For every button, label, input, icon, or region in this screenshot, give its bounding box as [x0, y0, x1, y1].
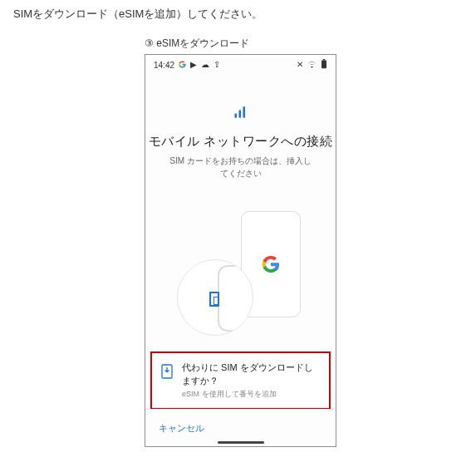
- download-sim-icon: [160, 363, 174, 383]
- svg-rect-1: [323, 59, 325, 61]
- download-sub: eSIM を使用して番号を追加: [182, 389, 321, 400]
- screen-subtitle: SIM カードをお持ちの場合は、挿入してください: [145, 155, 336, 179]
- signal-icon: [145, 104, 336, 124]
- screen-title: モバイル ネットワークへの接続: [145, 134, 336, 150]
- sim-icon: [209, 292, 219, 307]
- share-icon: ⇪: [213, 61, 220, 69]
- status-time: 14:42: [154, 61, 174, 70]
- status-bar: 14:42 ▶ ☁ ⇪ ✕: [145, 55, 336, 72]
- download-title: 代わりに SIM をダウンロードしますか？: [182, 361, 321, 387]
- battery-icon: [321, 59, 327, 71]
- google-logo-icon: [262, 255, 280, 273]
- svg-rect-0: [321, 61, 326, 69]
- svg-rect-3: [238, 111, 241, 118]
- svg-rect-4: [243, 106, 245, 117]
- cloud-icon: ☁: [201, 61, 209, 69]
- illustration-circle: [177, 259, 253, 336]
- cancel-button[interactable]: キャンセル: [159, 422, 204, 435]
- wifi-icon: [307, 61, 317, 70]
- step-caption: ③ eSIMをダウンロード: [145, 37, 463, 51]
- silent-icon: ✕: [297, 61, 303, 69]
- play-icon: ▶: [190, 61, 197, 69]
- google-g-icon: [179, 61, 186, 70]
- nav-handle: [218, 441, 264, 444]
- page-intro: SIMをダウンロード（eSIMを追加）してください。: [13, 7, 463, 22]
- svg-rect-2: [234, 114, 237, 118]
- phone-frame: 14:42 ▶ ☁ ⇪ ✕ モバイル ネ: [145, 54, 336, 447]
- illustration: [145, 204, 336, 346]
- download-esim-option[interactable]: 代わりに SIM をダウンロードしますか？ eSIM を使用して番号を追加: [150, 351, 331, 410]
